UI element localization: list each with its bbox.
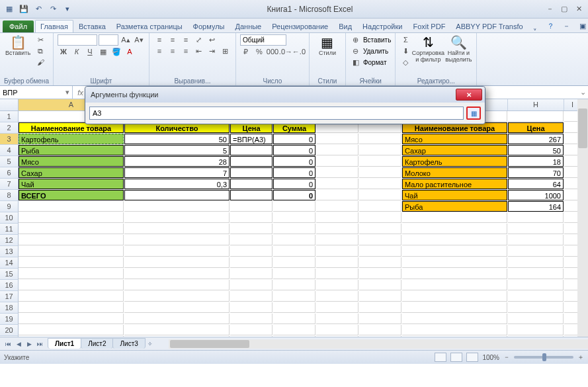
- cell[interactable]: [230, 212, 273, 223]
- cell[interactable]: [402, 212, 507, 223]
- tab-главная[interactable]: Главная: [35, 20, 73, 32]
- cell[interactable]: [359, 291, 401, 302]
- cell[interactable]: [359, 336, 401, 337]
- cell[interactable]: [124, 257, 230, 268]
- cell[interactable]: [19, 257, 124, 268]
- cell[interactable]: [230, 235, 273, 245]
- cell[interactable]: [316, 336, 358, 337]
- row-header-2[interactable]: 2: [0, 122, 19, 134]
- zoom-in-icon[interactable]: ＋: [577, 353, 584, 362]
- expand-dialog-button[interactable]: ▦: [466, 107, 481, 120]
- cell[interactable]: [508, 336, 564, 337]
- right-price[interactable]: 267: [508, 134, 564, 144]
- shrink-font-icon[interactable]: A▾: [133, 35, 145, 46]
- left-total-label[interactable]: ВСЕГО: [19, 190, 124, 200]
- minimize-icon[interactable]: －: [543, 3, 556, 16]
- first-sheet-icon[interactable]: ⏮: [3, 339, 13, 349]
- cell[interactable]: [316, 280, 358, 290]
- cell[interactable]: [230, 269, 273, 279]
- cell[interactable]: [359, 156, 401, 167]
- page-break-view-icon[interactable]: [466, 353, 478, 362]
- left-total-sum[interactable]: 0: [273, 190, 315, 200]
- vertical-scrollbar[interactable]: [577, 99, 588, 337]
- comma-icon[interactable]: 000: [267, 46, 278, 57]
- row-header-6[interactable]: 6: [0, 167, 19, 179]
- range-input[interactable]: [89, 107, 464, 120]
- tab-вид[interactable]: Вид: [333, 20, 357, 32]
- insert-cells-icon[interactable]: ⊕: [350, 34, 362, 45]
- right-name[interactable]: Картофель: [402, 156, 507, 167]
- cell[interactable]: [273, 314, 315, 324]
- clear-icon[interactable]: ◇: [399, 57, 411, 67]
- left-sum[interactable]: 0: [273, 167, 315, 178]
- left-name[interactable]: Рыба: [19, 145, 124, 155]
- cell[interactable]: [508, 314, 564, 324]
- cell[interactable]: [316, 269, 358, 279]
- cell[interactable]: [402, 235, 507, 245]
- row-header-4[interactable]: 4: [0, 145, 19, 156]
- tab-формулы[interactable]: Формулы: [188, 20, 230, 32]
- left-price[interactable]: =ВПР(A3): [230, 134, 273, 144]
- dialog-titlebar[interactable]: Аргументы функции ✕: [85, 87, 485, 103]
- cell[interactable]: [316, 167, 358, 178]
- cell[interactable]: [359, 179, 401, 189]
- cell[interactable]: [508, 302, 564, 313]
- next-sheet-icon[interactable]: ▶: [24, 339, 34, 349]
- right-price[interactable]: 50: [508, 145, 564, 155]
- cell[interactable]: [230, 302, 273, 313]
- autosum-icon[interactable]: Σ: [399, 34, 411, 45]
- cell[interactable]: [124, 302, 230, 313]
- cell[interactable]: [316, 156, 358, 167]
- normal-view-icon[interactable]: [435, 353, 446, 362]
- worksheet-grid[interactable]: ABCDEFGHI 123456789101112131415161718192…: [0, 99, 588, 337]
- cell[interactable]: [359, 145, 401, 155]
- right-name[interactable]: Рыба: [402, 201, 507, 212]
- row-header-5[interactable]: 5: [0, 156, 19, 167]
- row-header-20[interactable]: 20: [0, 325, 19, 336]
- cell[interactable]: [359, 201, 401, 212]
- qat-customize-icon[interactable]: ▾: [61, 3, 74, 16]
- row-header-18[interactable]: 18: [0, 302, 19, 314]
- cell[interactable]: [316, 257, 358, 268]
- align-center-icon[interactable]: ≡: [167, 46, 179, 56]
- cell[interactable]: [359, 246, 401, 257]
- cell[interactable]: [359, 190, 401, 200]
- merge-icon[interactable]: ⊞: [220, 46, 231, 56]
- zoom-level[interactable]: 100%: [482, 354, 499, 361]
- row-header-3[interactable]: 3: [0, 134, 19, 145]
- name-box[interactable]: ВПР ▾: [0, 86, 73, 99]
- sheet-tab-Лист3[interactable]: Лист3: [112, 338, 145, 349]
- row-header-17[interactable]: 17: [0, 291, 19, 302]
- cell[interactable]: [316, 179, 358, 189]
- cell[interactable]: [316, 246, 358, 257]
- select-all-button[interactable]: [0, 99, 19, 111]
- cell[interactable]: [316, 212, 358, 223]
- cell[interactable]: [359, 257, 401, 268]
- sheet-tab-Лист2[interactable]: Лист2: [81, 338, 113, 349]
- cell[interactable]: [402, 280, 507, 290]
- cell[interactable]: [508, 224, 564, 234]
- cell[interactable]: [19, 314, 124, 324]
- cell[interactable]: [316, 302, 358, 313]
- cell[interactable]: [124, 291, 230, 302]
- tab-foxit pdf[interactable]: Foxit PDF: [407, 20, 450, 32]
- cell[interactable]: [508, 111, 564, 122]
- cell[interactable]: [230, 280, 273, 290]
- cell[interactable]: [402, 269, 507, 279]
- left-qty[interactable]: 50: [124, 134, 230, 144]
- fill-color-icon[interactable]: 🪣: [110, 46, 122, 57]
- row-header-13[interactable]: 13: [0, 246, 19, 257]
- right-name[interactable]: Молоко: [402, 167, 507, 178]
- zoom-out-icon[interactable]: －: [503, 353, 510, 362]
- cell[interactable]: [402, 291, 507, 302]
- right-header[interactable]: Цена: [508, 122, 564, 133]
- cell[interactable]: [402, 246, 507, 257]
- cell[interactable]: [359, 302, 401, 313]
- cell[interactable]: [19, 291, 124, 302]
- row-header-9[interactable]: 9: [0, 201, 19, 212]
- left-sum[interactable]: 0: [273, 179, 315, 189]
- cut-icon[interactable]: ✂: [34, 34, 46, 45]
- cell[interactable]: [19, 224, 124, 234]
- left-price[interactable]: [230, 156, 273, 167]
- cell[interactable]: [508, 280, 564, 290]
